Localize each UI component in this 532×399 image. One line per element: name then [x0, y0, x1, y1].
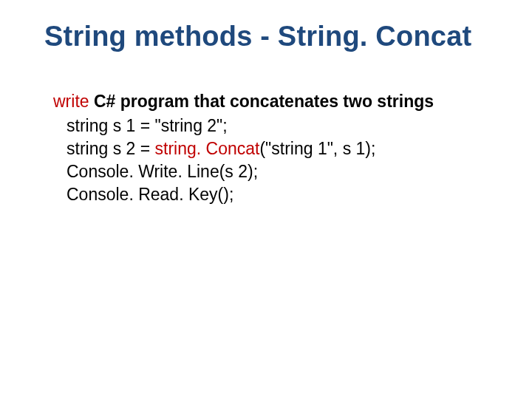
code-concat: string. Concat	[155, 139, 260, 158]
code-line-1: string s 1 = "string 2";	[66, 115, 488, 137]
slide-body: write C# program that concatenates two s…	[53, 90, 488, 206]
prompt-write: write	[53, 92, 89, 111]
slide: String methods - String. Concat write C#…	[0, 0, 532, 399]
prompt-rest: C# program that concatenates two strings	[89, 92, 434, 111]
code-line-2a: string s 2 =	[66, 139, 155, 158]
slide-title: String methods - String. Concat	[44, 21, 488, 53]
prompt-line: write C# program that concatenates two s…	[53, 90, 488, 113]
code-line-2c: ("string 1", s 1);	[259, 139, 375, 158]
code-line-2: string s 2 = string. Concat("string 1", …	[66, 137, 488, 160]
code-line-3: Console. Write. Line(s 2);	[66, 160, 488, 183]
code-line-4: Console. Read. Key();	[66, 183, 488, 206]
